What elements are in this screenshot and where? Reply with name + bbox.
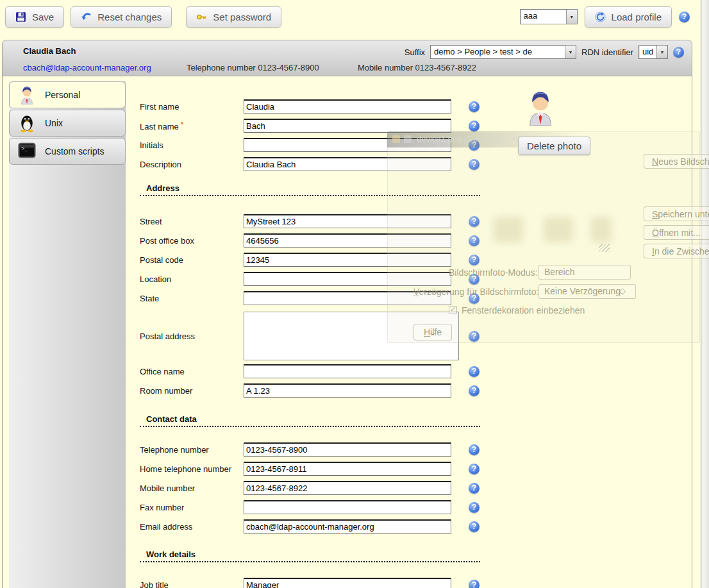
field-label: Office name <box>140 367 185 376</box>
save-icon <box>15 12 26 22</box>
section-heading-address: Address <box>140 183 480 196</box>
save-label: Save <box>32 12 54 22</box>
account-header: Claudia Bach cbach@ldap-account-manager.… <box>2 40 692 76</box>
fax-number-input[interactable] <box>244 500 451 514</box>
scrollbar-track[interactable] <box>703 0 709 588</box>
suffix-select[interactable]: demo > People > test > de <box>430 45 576 59</box>
load-profile-button[interactable]: Load profile <box>585 6 672 28</box>
tab-label: Personal <box>45 90 80 100</box>
delete-photo-button[interactable]: Delete photo <box>518 137 590 155</box>
telephone-input[interactable] <box>244 442 451 457</box>
account-frame: Claudia Bach cbach@ldap-account-manager.… <box>2 40 692 588</box>
form-row: Home telephone number <box>140 459 692 478</box>
tab-unix[interactable]: Unix <box>9 110 126 137</box>
form-row: Room number <box>140 381 692 400</box>
field-label: Postal code <box>140 255 183 265</box>
reset-changes-label: Reset changes <box>97 12 162 22</box>
set-password-button[interactable]: Set password <box>186 6 281 28</box>
help-icon[interactable] <box>469 101 480 112</box>
help-icon[interactable] <box>469 274 480 285</box>
form-row: Job title <box>140 575 692 588</box>
field-label: Post office box <box>140 236 194 246</box>
chevron-down-icon[interactable] <box>566 10 577 24</box>
chevron-down-icon[interactable] <box>565 46 576 58</box>
form-row: Postal code <box>140 250 692 269</box>
room-number-input[interactable] <box>244 383 451 398</box>
description-input[interactable] <box>244 157 451 171</box>
header-telephone: Telephone number 0123-4567-8900 <box>187 63 319 72</box>
field-label: State <box>140 294 159 303</box>
postal-code-input[interactable] <box>244 253 451 267</box>
help-icon[interactable] <box>469 235 480 246</box>
form-row: Description <box>140 155 692 174</box>
help-icon[interactable] <box>469 464 480 475</box>
email-address-input[interactable] <box>244 519 451 533</box>
help-icon[interactable] <box>469 483 480 494</box>
help-icon[interactable] <box>469 331 480 342</box>
scrollbar[interactable] <box>701 0 709 588</box>
help-icon[interactable] <box>469 580 480 588</box>
field-label: Room number <box>140 386 192 396</box>
personal-form: First name Last name* Initials Descripti… <box>126 81 692 588</box>
postal-address-textarea[interactable] <box>244 312 459 360</box>
help-icon[interactable] <box>469 255 480 265</box>
field-label: Fax number <box>140 503 184 512</box>
state-input[interactable] <box>244 291 451 305</box>
help-icon[interactable] <box>469 159 480 170</box>
profile-select-value: aaa <box>521 10 566 24</box>
first-name-input[interactable] <box>244 99 451 113</box>
help-icon[interactable] <box>469 293 480 304</box>
rdn-select[interactable]: uid <box>638 45 668 59</box>
tab-personal[interactable]: Personal <box>9 81 126 108</box>
set-password-label: Set password <box>213 12 271 22</box>
help-icon[interactable] <box>673 47 684 58</box>
form-row: State <box>140 289 692 308</box>
help-icon[interactable] <box>469 140 480 151</box>
field-label: Last name <box>140 122 179 131</box>
last-name-input[interactable] <box>244 119 451 133</box>
job-title-input[interactable] <box>244 578 451 588</box>
section-heading-work: Work details <box>140 550 480 562</box>
form-row: Telephone number <box>140 440 692 459</box>
form-row: Street <box>140 212 692 231</box>
reset-changes-button[interactable]: Reset changes <box>71 6 172 28</box>
field-label: Telephone number <box>140 445 209 455</box>
header-right: Suffix demo > People > test > de RDN ide… <box>405 45 684 59</box>
help-icon[interactable] <box>469 502 480 513</box>
mobile-number-input[interactable] <box>244 481 451 495</box>
field-label: Mobile number <box>140 483 195 493</box>
tab-label: Unix <box>45 118 63 128</box>
field-label: Initials <box>140 140 163 150</box>
help-icon[interactable] <box>469 385 480 396</box>
help-icon[interactable] <box>469 444 480 455</box>
help-icon[interactable] <box>469 366 480 377</box>
form-row: First name <box>140 97 692 116</box>
suffix-label: Suffix <box>405 47 425 57</box>
initials-input[interactable] <box>244 138 451 152</box>
help-icon[interactable] <box>679 12 690 22</box>
save-button[interactable]: Save <box>5 6 64 28</box>
form-row: Mobile number <box>140 478 692 498</box>
page-title: Claudia Bach <box>23 46 76 56</box>
chevron-down-icon[interactable] <box>656 46 667 58</box>
street-input[interactable] <box>244 214 451 228</box>
rdn-label: RDN identifier <box>581 47 633 57</box>
profile-select[interactable]: aaa <box>520 9 578 24</box>
key-icon <box>196 12 207 22</box>
help-icon[interactable] <box>469 521 480 532</box>
office-name-input[interactable] <box>244 364 451 378</box>
location-input[interactable] <box>244 272 451 286</box>
email-link[interactable]: cbach@ldap-account-manager.org <box>23 63 151 72</box>
field-label: Location <box>140 274 171 284</box>
terminal-icon: >_ <box>17 142 37 161</box>
person-icon <box>526 89 555 126</box>
tux-icon <box>17 113 37 133</box>
post-office-box-input[interactable] <box>244 233 451 248</box>
tab-custom-scripts[interactable]: >_ Custom scripts <box>9 138 126 165</box>
undo-arrow-icon <box>81 12 92 22</box>
user-photo <box>526 89 555 126</box>
help-icon[interactable] <box>469 216 480 227</box>
help-icon[interactable] <box>469 121 480 131</box>
section-heading-contact: Contact data <box>140 414 480 427</box>
home-telephone-input[interactable] <box>244 462 451 476</box>
